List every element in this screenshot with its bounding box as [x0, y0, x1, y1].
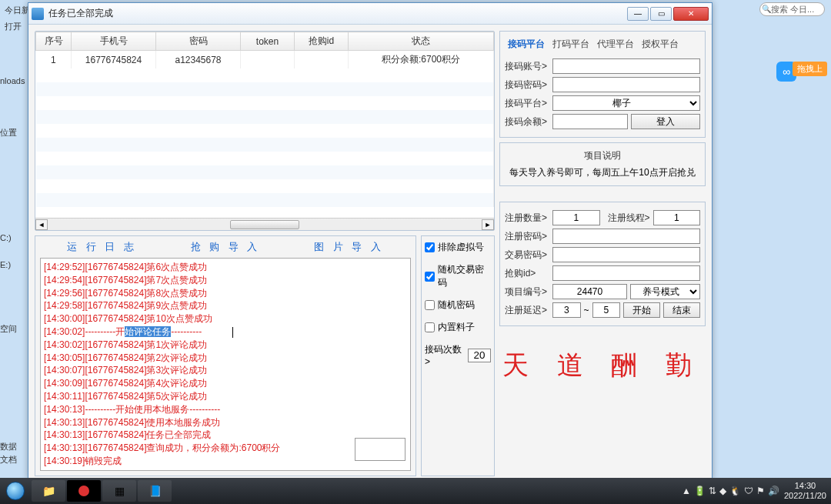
project-no-input[interactable]	[552, 284, 627, 299]
start-button[interactable]: 开始	[623, 302, 660, 318]
minimize-button[interactable]: —	[627, 7, 649, 21]
buy-import-tab[interactable]: 抢 购 导 入	[191, 240, 261, 254]
code-account-label: 接码账号>	[505, 60, 549, 73]
log-line: [14:29:54][16776745824]第7次点赞成功	[44, 274, 407, 287]
cell-phone: 16776745824	[72, 51, 156, 69]
log-line: [14:30:00][16776745824]第10次点赞成功	[44, 312, 407, 325]
tray-net-icon[interactable]: ⇅	[709, 486, 716, 496]
task-recorder[interactable]	[67, 480, 101, 502]
log-textarea[interactable]: [14:29:52][16776745824]第6次点赞成功[14:29:54]…	[40, 258, 411, 471]
options-panel: 排除虚拟号 随机交易密码 随机密码 内置料子 接码次数>	[421, 235, 495, 476]
drag-upload[interactable]: 拖拽上	[793, 62, 827, 76]
img-import-tab[interactable]: 图 片 导 入	[314, 240, 384, 254]
cell-pwd: a12345678	[156, 51, 241, 69]
start-button[interactable]	[0, 478, 31, 504]
tab-code-platform[interactable]: 接码平台	[508, 38, 545, 51]
delay-from-input[interactable]	[552, 302, 581, 318]
tray-icon[interactable]: ▲	[682, 486, 691, 496]
titlebar[interactable]: 任务已全部完成 — ▭ ✕	[28, 3, 712, 25]
log-line: [14:30:02][16776745824]第1次评论成功	[44, 339, 407, 352]
check-random-pwd[interactable]: 随机密码	[425, 299, 491, 312]
log-panel: 运 行 日 志 抢 购 导 入 图 片 导 入 [14:29:52][16776…	[35, 235, 416, 476]
task-explorer[interactable]: 📁	[32, 480, 65, 502]
col-id[interactable]: 抢购id	[295, 32, 349, 51]
table-scrollbar[interactable]: ◄ ►	[35, 218, 494, 230]
bg-e: E:)	[0, 260, 11, 269]
system-tray[interactable]: ▲ 🔋 ⇅ ◆ 🐧 🛡 ⚑ 🔊 14:30 2022/11/20	[682, 481, 831, 501]
log-line: [14:29:56][16776745824]第8次点赞成功	[44, 287, 407, 300]
tray-shield-icon[interactable]: 🛡	[744, 486, 753, 496]
check-builtin[interactable]: 内置料子	[425, 321, 491, 334]
log-line: [14:29:58][16776745824]第9次点赞成功	[44, 299, 407, 312]
reg-pwd-input[interactable]	[552, 229, 700, 244]
mode-select[interactable]: 养号模式	[630, 284, 700, 299]
log-line: [14:30:11][16776745824]第5次评论成功	[44, 390, 407, 403]
tray-qq-icon[interactable]: 🐧	[729, 486, 741, 496]
code-times-label: 接码次数>	[425, 343, 466, 367]
log-preview-box	[355, 438, 405, 461]
taskbar-clock[interactable]: 14:30 2022/11/20	[784, 481, 826, 501]
bg-tab: 今日新	[5, 5, 30, 16]
project-no-label: 项目编号>	[505, 285, 549, 299]
scroll-right-icon[interactable]: ►	[482, 219, 494, 230]
code-pwd-input[interactable]	[552, 77, 700, 92]
buy-id-input[interactable]	[552, 265, 700, 281]
cell-token	[241, 51, 295, 69]
code-platform-select[interactable]: 椰子	[552, 95, 700, 111]
log-line: [14:29:52][16776745824]第6次点赞成功	[44, 261, 407, 274]
tab-proxy-platform[interactable]: 代理平台	[597, 38, 634, 51]
register-panel: 注册数量> 注册线程> 注册密码> 交易密码> 抢购id>	[499, 202, 706, 326]
col-pwd[interactable]: 密码	[156, 32, 241, 51]
tray-app-icon[interactable]: ◆	[719, 486, 726, 496]
close-button[interactable]: ✕	[673, 7, 709, 21]
run-log-tab[interactable]: 运 行 日 志	[67, 240, 137, 254]
cell-id	[295, 51, 349, 69]
scroll-thumb[interactable]	[230, 220, 299, 229]
log-line: [14:30:13][16776745824]查询成功，积分余额为:6700积分	[44, 442, 407, 455]
delay-to-input[interactable]	[592, 302, 621, 318]
task-notes[interactable]: 📘	[138, 480, 172, 502]
desc-title: 项目说明	[505, 148, 700, 165]
tray-battery-icon[interactable]: 🔋	[694, 486, 706, 496]
tab-auth-platform[interactable]: 授权平台	[642, 38, 679, 51]
search-input[interactable]: 搜索 今日...	[759, 2, 825, 16]
buy-id-label: 抢购id>	[505, 267, 549, 280]
tray-flag-icon[interactable]: ⚑	[756, 486, 765, 496]
col-phone[interactable]: 手机号	[72, 32, 156, 51]
check-random-trade-pwd[interactable]: 随机交易密码	[425, 263, 491, 289]
table-row[interactable]: 1 16776745824 a12345678 积分余额:6700积分	[36, 51, 494, 69]
tray-sound-icon[interactable]: 🔊	[768, 486, 779, 496]
login-button[interactable]: 登入	[631, 114, 700, 129]
account-table[interactable]: 序号 手机号 密码 token 抢购id 状态 1 16776745824 a1…	[35, 32, 494, 207]
trade-pwd-input[interactable]	[552, 247, 700, 262]
code-times-input[interactable]	[468, 349, 491, 362]
delay-label: 注册延迟>	[505, 304, 549, 317]
reg-count-input[interactable]	[552, 210, 600, 225]
reg-thread-input[interactable]	[653, 210, 701, 225]
tilde: ~	[584, 305, 589, 315]
end-button[interactable]: 结束	[663, 302, 700, 318]
code-pwd-label: 接码密码>	[505, 78, 549, 92]
maximize-button[interactable]: ▭	[650, 7, 672, 21]
bg-space: 空间	[0, 323, 17, 335]
log-line: [14:30:13][16776745824]任务已全部完成	[44, 429, 407, 442]
col-status[interactable]: 状态	[349, 32, 494, 51]
log-line: [14:30:13][16776745824]使用本地服务成功	[44, 416, 407, 429]
col-token[interactable]: token	[241, 32, 295, 51]
bg-downloads: nloads	[0, 76, 25, 85]
taskbar[interactable]: 📁 ▦ 📘 ▲ 🔋 ⇅ ◆ 🐧 🛡 ⚑ 🔊 14:30 2022/11/20	[0, 478, 831, 504]
task-app[interactable]: ▦	[102, 480, 136, 502]
scroll-left-icon[interactable]: ◄	[35, 219, 48, 230]
description-panel: 项目说明 每天导入养号即可，每周五上午10点开启抢兑	[499, 142, 706, 186]
reg-thread-label: 注册线程>	[608, 212, 650, 225]
app-icon	[32, 8, 44, 20]
bg-position: 位置	[0, 127, 17, 139]
bg-data: 数据	[0, 441, 17, 452]
check-exclude-virtual[interactable]: 排除虚拟号	[425, 241, 491, 254]
col-index[interactable]: 序号	[36, 32, 72, 51]
desc-text: 每天导入养号即可，每周五上午10点开启抢兑	[505, 165, 700, 182]
tab-captcha-platform[interactable]: 打码平台	[552, 38, 589, 51]
code-account-input[interactable]	[552, 58, 700, 74]
motto-text: 天 道 酬 勤	[499, 331, 706, 388]
code-balance-input[interactable]	[552, 114, 628, 129]
